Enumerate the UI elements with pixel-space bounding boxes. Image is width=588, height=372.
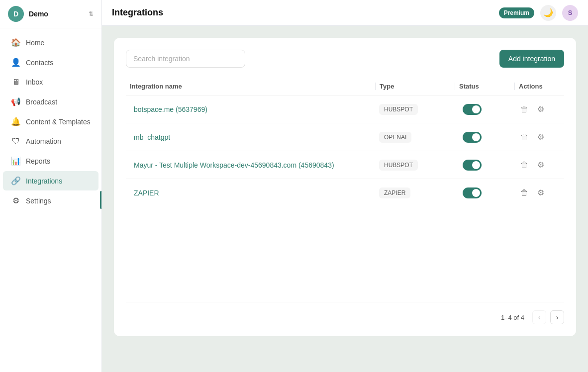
delete-icon-3[interactable]: 🗑 — [518, 159, 530, 172]
theme-toggle-button[interactable]: 🌙 — [540, 5, 556, 21]
nav-item-wrapper-home: 🏠 Home — [0, 33, 101, 52]
status-cell-1 — [455, 104, 514, 115]
sidebar-item-label-broadcast: Broadcast — [26, 98, 57, 106]
premium-badge: Premium — [499, 7, 534, 18]
nav-item-wrapper-contacts: 👤 Contacts — [0, 53, 101, 72]
settings-icon-1[interactable]: ⚙ — [535, 102, 546, 116]
integration-name-link-2[interactable]: mb_chatgpt — [130, 133, 174, 141]
table-row: mb_chatgpt OPENAI 🗑 ⚙ — [126, 123, 564, 151]
sidebar-item-automation[interactable]: 🛡 Automation — [3, 132, 98, 151]
broadcast-icon: 📢 — [11, 97, 21, 106]
nav-item-wrapper-settings: ⚙ Settings — [0, 191, 101, 210]
content-icon: 🔔 — [11, 117, 21, 126]
card-toolbar: Add integration — [126, 50, 564, 68]
moon-icon: 🌙 — [543, 8, 553, 17]
settings-icon-4[interactable]: ⚙ — [535, 186, 546, 199]
sidebar-item-integrations[interactable]: 🔗 Integrations — [3, 171, 98, 190]
table-row: Mayur - Test Multiple Workspace-dev-4569… — [126, 151, 564, 179]
add-integration-button[interactable]: Add integration — [499, 50, 564, 68]
delete-icon-4[interactable]: 🗑 — [518, 186, 530, 199]
sidebar-item-contacts[interactable]: 👤 Contacts — [3, 53, 98, 72]
topbar: Integrations Premium 🌙 S — [102, 0, 588, 26]
integrations-card: Add integration Integration name Type St… — [114, 38, 576, 336]
status-cell-2 — [455, 132, 514, 143]
status-toggle-3[interactable] — [463, 160, 482, 171]
col-header-actions: Actions — [514, 83, 564, 90]
type-cell-3: HUBSPOT — [375, 160, 455, 171]
actions-cell-2: 🗑 ⚙ — [514, 130, 564, 144]
nav-item-wrapper-reports: 📊 Reports — [0, 151, 101, 171]
sidebar-item-label-integrations: Integrations — [26, 177, 62, 185]
sidebar: D Demo ⇅ 🏠 Home 👤 Contacts 🖥 Inbox — [0, 0, 102, 372]
pagination-prev-button[interactable]: ‹ — [532, 310, 546, 324]
sidebar-item-label-home: Home — [26, 39, 44, 47]
workspace-name: Demo — [29, 10, 84, 18]
col-header-name: Integration name — [126, 83, 375, 90]
pagination-next-button[interactable]: › — [550, 310, 564, 324]
table-row: ZAPIER ZAPIER 🗑 ⚙ — [126, 179, 564, 206]
table-header: Integration name Type Status Actions — [126, 78, 564, 95]
workspace-chevron-icon[interactable]: ⇅ — [89, 10, 94, 17]
type-cell-2: OPENAI — [375, 132, 455, 143]
integration-name-link-3[interactable]: Mayur - Test Multiple Workspace-dev-4569… — [130, 161, 338, 169]
integration-name-cell: botspace.me (5637969) — [126, 105, 375, 114]
status-cell-3 — [455, 160, 514, 171]
settings-icon: ⚙ — [11, 196, 21, 205]
content-area: Add integration Integration name Type St… — [102, 26, 588, 372]
sidebar-header[interactable]: D Demo ⇅ — [0, 0, 101, 28]
sidebar-item-reports[interactable]: 📊 Reports — [3, 151, 98, 171]
type-cell-4: ZAPIER — [375, 187, 455, 198]
type-cell-1: HUBSPOT — [375, 104, 455, 115]
sidebar-item-label-reports: Reports — [26, 157, 50, 165]
integration-name-link-4[interactable]: ZAPIER — [130, 189, 163, 197]
sidebar-nav: 🏠 Home 👤 Contacts 🖥 Inbox 📢 Broadcast — [0, 28, 101, 372]
status-toggle-4[interactable] — [463, 187, 482, 198]
delete-icon-2[interactable]: 🗑 — [518, 131, 530, 144]
integrations-icon: 🔗 — [11, 176, 21, 186]
nav-item-wrapper-broadcast: 📢 Broadcast — [0, 92, 101, 111]
home-icon: 🏠 — [11, 38, 21, 47]
sidebar-item-settings[interactable]: ⚙ Settings — [3, 191, 98, 210]
actions-cell-3: 🗑 ⚙ — [514, 158, 564, 172]
actions-cell-1: 🗑 ⚙ — [514, 102, 564, 116]
automation-icon: 🛡 — [11, 137, 21, 146]
integration-name-cell: ZAPIER — [126, 188, 375, 197]
sidebar-item-content[interactable]: 🔔 Content & Templates — [3, 112, 98, 131]
type-badge-1: HUBSPOT — [379, 104, 418, 115]
search-wrapper — [126, 50, 245, 68]
workspace-avatar: D — [8, 6, 24, 22]
inbox-icon: 🖥 — [11, 78, 21, 87]
sidebar-item-home[interactable]: 🏠 Home — [3, 33, 98, 52]
status-toggle-1[interactable] — [463, 104, 482, 115]
status-cell-4 — [455, 187, 514, 198]
reports-icon: 📊 — [11, 156, 21, 166]
search-input[interactable] — [126, 50, 245, 68]
type-badge-2: OPENAI — [379, 132, 411, 143]
settings-icon-2[interactable]: ⚙ — [535, 130, 546, 144]
sidebar-item-label-settings: Settings — [26, 197, 51, 205]
status-toggle-2[interactable] — [463, 132, 482, 143]
settings-icon-3[interactable]: ⚙ — [535, 158, 546, 172]
nav-item-wrapper-automation: 🛡 Automation — [0, 132, 101, 151]
table-row: botspace.me (5637969) HUBSPOT 🗑 ⚙ — [126, 95, 564, 123]
pagination-info: 1–4 of 4 — [501, 314, 524, 321]
nav-item-wrapper-inbox: 🖥 Inbox — [0, 73, 101, 92]
sidebar-item-inbox[interactable]: 🖥 Inbox — [3, 73, 98, 92]
contacts-icon: 👤 — [11, 58, 21, 67]
nav-item-wrapper-integrations: 🔗 Integrations — [0, 171, 101, 190]
type-badge-4: ZAPIER — [379, 187, 410, 198]
integration-name-cell: mb_chatgpt — [126, 133, 375, 142]
integration-name-link-1[interactable]: botspace.me (5637969) — [130, 105, 211, 113]
user-avatar[interactable]: S — [562, 5, 578, 21]
sidebar-item-label-inbox: Inbox — [26, 78, 43, 86]
main-area: Integrations Premium 🌙 S Add integration… — [102, 0, 588, 372]
col-header-status: Status — [455, 83, 514, 90]
page-title: Integrations — [112, 7, 493, 18]
integration-name-cell: Mayur - Test Multiple Workspace-dev-4569… — [126, 161, 375, 170]
sidebar-item-label-content: Content & Templates — [26, 118, 91, 126]
sidebar-item-label-contacts: Contacts — [26, 59, 53, 67]
actions-cell-4: 🗑 ⚙ — [514, 186, 564, 199]
sidebar-item-broadcast[interactable]: 📢 Broadcast — [3, 92, 98, 111]
delete-icon-1[interactable]: 🗑 — [518, 103, 530, 116]
col-header-type: Type — [375, 83, 455, 90]
